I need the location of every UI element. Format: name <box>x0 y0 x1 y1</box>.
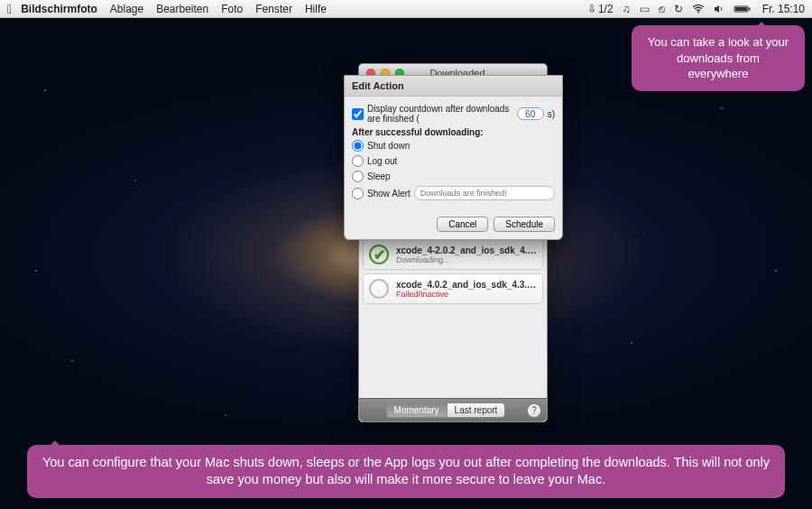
svg-point-0 <box>697 11 699 13</box>
download-menubar-status[interactable]: ⇩ 1/2 <box>587 3 614 15</box>
volume-icon[interactable] <box>714 5 724 14</box>
download-name: xcode_4.0.2_and_ios_sdk_4.3.dmg <box>396 280 537 290</box>
menu-foto[interactable]: Foto <box>221 3 243 15</box>
svg-rect-2 <box>748 7 750 10</box>
logout-radio[interactable] <box>352 155 364 167</box>
schedule-button[interactable]: Schedule <box>494 217 555 232</box>
shutdown-radio[interactable] <box>352 140 364 152</box>
show-alert-label: Show Alert <box>367 189 411 199</box>
itunes-icon[interactable]: ♫ <box>623 3 631 15</box>
menu-bearbeiten[interactable]: Bearbeiten <box>156 3 208 15</box>
success-check-icon: ✔ <box>369 245 389 264</box>
wifi-icon[interactable] <box>692 5 705 14</box>
cancel-button[interactable]: Cancel <box>437 217 488 232</box>
show-alert-radio[interactable] <box>352 188 364 199</box>
apple-menu-icon[interactable]:  <box>7 2 12 16</box>
menubar:  Bildschirmfoto Ablage Bearbeiten Foto … <box>0 0 812 18</box>
download-arrow-icon: ⇩ <box>587 3 596 15</box>
menu-ablage[interactable]: Ablage <box>110 3 143 15</box>
download-item[interactable]: xcode_4.0.2_and_ios_sdk_4.3.dmg Failed/I… <box>363 273 543 304</box>
progress-circle-icon <box>369 279 389 299</box>
shutdown-label: Shut down <box>367 141 410 151</box>
menubar-app-name[interactable]: Bildschirmfoto <box>21 3 97 15</box>
sleep-radio[interactable] <box>352 171 364 182</box>
sleep-label: Sleep <box>367 171 391 181</box>
top-tooltip: You can take a look at your downloads fr… <box>632 25 805 91</box>
logout-label: Log out <box>367 156 397 166</box>
battery-icon[interactable] <box>734 5 752 14</box>
download-count: 1/2 <box>598 3 614 15</box>
svg-rect-3 <box>735 7 747 11</box>
download-name: xcode_4-2.0.2_and_ios_sdk_4.3.dmg <box>396 245 537 255</box>
download-status: Downloading… <box>396 255 537 264</box>
menubar-clock[interactable]: Fr. 15:10 <box>762 3 805 15</box>
countdown-checkbox[interactable] <box>352 108 364 120</box>
menu-fenster[interactable]: Fenster <box>255 3 292 15</box>
bottom-tooltip: You can configure that your Mac shuts do… <box>27 445 785 498</box>
download-status: Failed/Inactive <box>396 290 537 299</box>
alert-text-field[interactable] <box>414 186 555 200</box>
help-button[interactable]: ? <box>527 403 541 418</box>
bluetooth-icon[interactable]: ⎋ <box>659 3 665 15</box>
last-report-tab[interactable]: Last report <box>447 403 506 418</box>
display-icon[interactable]: ▭ <box>640 3 650 15</box>
after-downloading-label: After successful downloading: <box>352 127 555 137</box>
edit-action-sheet: Edit Action Display countdown after down… <box>344 75 563 240</box>
menu-hilfe[interactable]: Hilfe <box>305 3 327 15</box>
download-item[interactable]: ✔ xcode_4-2.0.2_and_ios_sdk_4.3.dmg Down… <box>363 239 543 270</box>
countdown-label-pre: Display countdown after downloads are fi… <box>367 104 513 124</box>
countdown-label-post: s) <box>548 109 555 119</box>
countdown-seconds-field[interactable] <box>517 107 544 120</box>
sheet-title: Edit Action <box>345 76 562 97</box>
momentary-tab[interactable]: Momentary <box>386 403 447 418</box>
timemachine-icon[interactable]: ↻ <box>674 3 683 15</box>
window-footer: Momentary Last report ? <box>359 398 547 421</box>
